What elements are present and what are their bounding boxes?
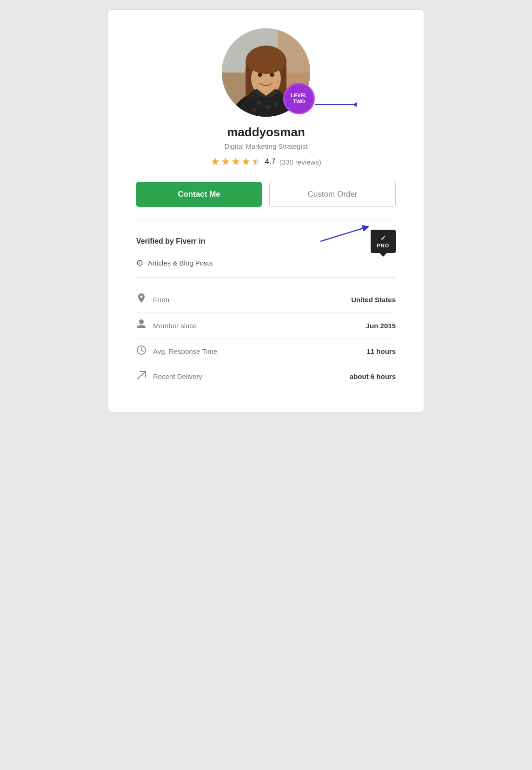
svg-line-22 (141, 350, 143, 352)
stat-label-from: From (153, 296, 169, 304)
profile-section: LEVEL TWO maddyosman Digital Marketing S… (136, 28, 396, 168)
rating-number: 4.7 (265, 157, 276, 166)
stat-value-response: 11 hours (366, 347, 396, 355)
stat-label-member: Member since (153, 322, 197, 330)
verified-item-label: Articles & Blog Posts (148, 259, 213, 267)
svg-point-17 (270, 73, 274, 77)
delivery-icon (136, 371, 146, 382)
stat-value-from: United States (351, 296, 396, 304)
stat-row-member: Member since Jun 2015 (136, 313, 396, 339)
member-icon (136, 319, 146, 332)
location-icon (136, 293, 146, 306)
contact-me-button[interactable]: Contact Me (136, 182, 262, 207)
stat-left-from: From (136, 293, 169, 306)
rating-count: (330 reviews) (279, 158, 321, 166)
stat-label-delivery: Recent Delivery (153, 372, 202, 380)
stars: ★ ★ ★ ★ ★ ★ (211, 156, 261, 168)
custom-order-button[interactable]: Custom Order (269, 182, 396, 207)
pro-arrow-svg (320, 225, 372, 244)
verified-item: ⊙ Articles & Blog Posts (136, 258, 396, 268)
star-2: ★ (221, 156, 230, 168)
stat-row-from: From United States (136, 287, 396, 313)
clock-icon (136, 345, 146, 357)
star-4: ★ (241, 156, 251, 168)
tagline: Digital Marketing Strategist (224, 142, 307, 150)
avatar-container: LEVEL TWO (222, 28, 310, 117)
verified-section: Verified by Fiverr in ✓ PRO (136, 230, 396, 268)
stat-row-delivery: Recent Delivery about 6 hours (136, 364, 396, 389)
verified-title: Verified by Fiverr in (136, 237, 206, 246)
star-5-half: ★ ★ (252, 156, 261, 168)
svg-point-15 (246, 46, 286, 74)
level-arrow (315, 104, 357, 105)
svg-line-19 (320, 227, 366, 241)
star-3: ★ (231, 156, 240, 168)
pro-label: PRO (377, 243, 390, 248)
verified-check-icon: ⊙ (136, 258, 143, 268)
stat-value-member: Jun 2015 (366, 322, 396, 330)
divider-2 (136, 277, 396, 278)
level-badge: LEVEL TWO (283, 83, 315, 114)
pro-checkmark-icon: ✓ (380, 234, 386, 242)
stat-left-response: Avg. Response Time (136, 345, 217, 357)
stat-left-delivery: Recent Delivery (136, 371, 202, 382)
stat-left-member: Member since (136, 319, 197, 332)
pro-badge-container: ✓ PRO (371, 230, 396, 253)
stat-label-response: Avg. Response Time (153, 347, 217, 355)
stats-section: From United States Member since Jun 2015 (136, 287, 396, 389)
username: maddyosman (227, 125, 305, 139)
pro-badge: ✓ PRO (371, 230, 396, 253)
stat-row-response: Avg. Response Time 11 hours (136, 339, 396, 364)
stat-value-delivery: about 6 hours (350, 372, 396, 380)
rating-row: ★ ★ ★ ★ ★ ★ 4.7 (330 reviews) (211, 156, 321, 168)
profile-card: LEVEL TWO maddyosman Digital Marketing S… (108, 9, 424, 412)
divider-1 (136, 220, 396, 220)
svg-point-16 (258, 73, 262, 77)
buttons-row: Contact Me Custom Order (136, 182, 396, 207)
star-1: ★ (211, 156, 220, 168)
verified-header: Verified by Fiverr in ✓ PRO (136, 230, 396, 253)
